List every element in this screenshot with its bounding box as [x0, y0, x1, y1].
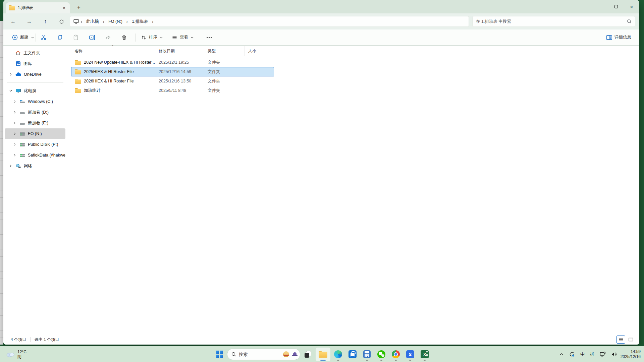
sidebar-item-this-pc[interactable]: 此电脑: [5, 85, 65, 96]
column-header-modified[interactable]: 修改日期: [155, 46, 204, 56]
paste-button[interactable]: [70, 32, 82, 43]
taskbar-search-input[interactable]: [239, 352, 280, 357]
chevron-right-icon[interactable]: [13, 121, 17, 125]
navigation-pane: 主文件夹 图库 OneDrive: [3, 46, 67, 335]
more-options-button[interactable]: [203, 32, 215, 43]
sidebar-label: OneDrive: [24, 72, 42, 77]
file-row[interactable]: 2026HIEX & HI Roster File 2025/12/16 13:…: [71, 76, 274, 86]
network-drive-icon: [19, 153, 25, 158]
taskbar-search[interactable]: [227, 349, 300, 360]
chevron-right-icon[interactable]: [9, 164, 13, 168]
running-app-indicator: [424, 360, 426, 361]
task-view-button[interactable]: [301, 348, 315, 361]
tray-sync-icon[interactable]: [567, 348, 577, 361]
chevron-right-icon[interactable]: [13, 100, 17, 103]
maximize-button[interactable]: [608, 0, 624, 13]
this-pc-icon: [15, 88, 21, 94]
content-area: 主文件夹 图库 OneDrive: [3, 46, 639, 335]
view-button[interactable]: 查看: [169, 33, 197, 42]
chevron-right-icon[interactable]: [13, 111, 17, 114]
minimize-button[interactable]: [593, 0, 608, 13]
tray-hidden-icons-button[interactable]: [557, 348, 566, 361]
widgets-button[interactable]: 12°C 阴: [3, 346, 29, 362]
sort-button[interactable]: 排序: [138, 33, 166, 42]
minimize-icon: [599, 7, 603, 7]
breadcrumb-drive[interactable]: FO (N:): [106, 18, 124, 25]
file-name: 2024 New Update-HIEX & HI Roster ...: [84, 60, 155, 65]
sidebar-item-drive-p[interactable]: Public DISK (P:): [5, 139, 65, 150]
yuan-app-icon: ¥: [406, 350, 414, 358]
sidebar-item-drive-c[interactable]: Windows (C:): [5, 96, 65, 107]
column-header-name[interactable]: ⌃ 名称: [71, 46, 155, 56]
sidebar-item-drive-saflok[interactable]: SaflokData (\\hakwe: [5, 150, 65, 161]
taskbar-excel[interactable]: X: [418, 348, 431, 361]
taskbar-chrome[interactable]: [389, 348, 402, 361]
file-row[interactable]: 加班统计 2025/5/11 8:48 文件夹: [71, 86, 274, 95]
taskbar-wechat[interactable]: [375, 348, 388, 361]
cut-button[interactable]: [38, 32, 49, 43]
refresh-button[interactable]: [56, 16, 67, 27]
forward-button[interactable]: →: [23, 16, 35, 27]
folder-icon: [75, 60, 81, 65]
back-button[interactable]: ←: [7, 16, 19, 27]
sidebar-item-network[interactable]: 网络: [5, 161, 65, 171]
breadcrumb-current-folder[interactable]: 1.排班表: [130, 18, 150, 25]
up-button[interactable]: ↑: [40, 16, 51, 27]
taskbar-clock[interactable]: 14:59 2025/12/16: [621, 349, 642, 359]
close-icon: ×: [630, 4, 633, 9]
column-header-size[interactable]: 大小: [245, 46, 271, 56]
column-header-type[interactable]: 类型: [204, 46, 245, 56]
file-explorer-icon: [319, 351, 327, 358]
breadcrumb-chevron: ›: [126, 19, 128, 24]
search-box[interactable]: [472, 16, 635, 27]
share-button[interactable]: [102, 32, 114, 43]
chevron-right-icon[interactable]: [9, 73, 13, 76]
sidebar-item-gallery[interactable]: 图库: [5, 58, 65, 69]
chevron-down-icon: [31, 36, 34, 39]
new-label: 新建: [20, 35, 29, 40]
details-pane-button[interactable]: 详细信息: [603, 33, 634, 42]
taskbar-store[interactable]: [346, 348, 359, 361]
running-app-indicator: [337, 360, 339, 361]
wechat-icon: [377, 350, 385, 358]
ethernet-icon: [600, 352, 606, 357]
file-row[interactable]: 2024 New Update-HIEX & HI Roster ... 202…: [71, 58, 274, 67]
view-icon: [172, 35, 177, 40]
ime-mode-indicator[interactable]: 中: [578, 348, 587, 361]
taskbar-finance-app[interactable]: ¥: [404, 348, 417, 361]
home-icon: [15, 50, 21, 56]
chevron-expanded-icon[interactable]: [9, 89, 13, 93]
rename-button[interactable]: A: [86, 32, 98, 43]
content-view-button[interactable]: [627, 336, 635, 344]
chevron-right-icon[interactable]: [13, 143, 17, 146]
volume-tray-icon[interactable]: [609, 348, 619, 361]
breadcrumb-this-pc[interactable]: 此电脑: [84, 18, 101, 25]
search-input[interactable]: [476, 19, 627, 24]
titlebar[interactable]: 1.排班表 × + ×: [3, 0, 639, 13]
new-tab-button[interactable]: +: [74, 3, 83, 12]
breadcrumb[interactable]: › 此电脑 › FO (N:) › 1.排班表 ›: [70, 16, 469, 27]
sidebar-item-home[interactable]: 主文件夹: [5, 48, 65, 58]
explorer-tab[interactable]: 1.排班表 ×: [6, 2, 70, 13]
new-button[interactable]: 新建: [9, 33, 37, 42]
delete-button[interactable]: [118, 32, 130, 43]
details-view-button[interactable]: [616, 336, 625, 344]
sidebar-item-onedrive[interactable]: OneDrive: [5, 69, 65, 80]
sidebar-label: 新加卷 (D:): [28, 110, 49, 115]
ime-layout-indicator[interactable]: 拼: [588, 348, 596, 361]
sidebar-item-drive-d[interactable]: 新加卷 (D:): [5, 107, 65, 118]
chevron-right-icon[interactable]: [13, 132, 17, 135]
sidebar-item-drive-e[interactable]: 新加卷 (E:): [5, 118, 65, 128]
copy-button[interactable]: [54, 32, 65, 43]
sidebar-item-drive-n[interactable]: FO (N:): [5, 128, 65, 139]
start-button[interactable]: [213, 348, 226, 361]
taskbar-calculator[interactable]: [360, 348, 374, 361]
file-row-selected[interactable]: 2025HIEX & HI Roster File 2025/12/16 14:…: [71, 67, 274, 76]
chevron-right-icon[interactable]: [13, 154, 17, 157]
tab-close-icon[interactable]: ×: [61, 5, 67, 11]
excel-icon: X: [421, 350, 429, 358]
taskbar-file-explorer[interactable]: [316, 348, 330, 361]
network-tray-icon[interactable]: [598, 348, 608, 361]
taskbar-edge[interactable]: [331, 348, 345, 361]
close-button[interactable]: ×: [624, 0, 639, 13]
